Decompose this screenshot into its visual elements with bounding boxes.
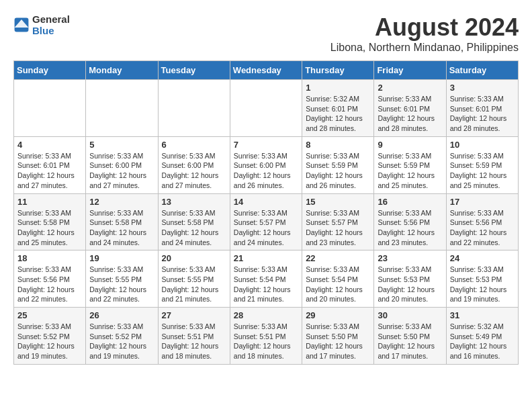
- day-number: 3: [450, 83, 515, 93]
- day-info: Sunrise: 5:33 AMSunset: 5:58 PMDaylight:…: [17, 208, 82, 248]
- calendar-table: SundayMondayTuesdayWednesdayThursdayFrid…: [13, 60, 519, 365]
- day-info: Sunrise: 5:33 AMSunset: 5:59 PMDaylight:…: [450, 151, 515, 191]
- calendar-cell: 16Sunrise: 5:33 AMSunset: 5:56 PMDayligh…: [374, 193, 446, 250]
- calendar-cell: 6Sunrise: 5:33 AMSunset: 6:00 PMDaylight…: [158, 136, 230, 193]
- calendar-cell: 10Sunrise: 5:33 AMSunset: 5:59 PMDayligh…: [446, 136, 518, 193]
- day-number: 17: [450, 197, 515, 207]
- day-info: Sunrise: 5:33 AMSunset: 6:00 PMDaylight:…: [162, 151, 226, 191]
- calendar-cell: [158, 80, 230, 137]
- day-number: 29: [306, 310, 370, 320]
- day-number: 16: [378, 197, 442, 207]
- calendar-week-row: 4Sunrise: 5:33 AMSunset: 6:01 PMDaylight…: [14, 136, 519, 193]
- calendar-cell: 27Sunrise: 5:33 AMSunset: 5:51 PMDayligh…: [158, 308, 230, 365]
- calendar-week-row: 11Sunrise: 5:33 AMSunset: 5:58 PMDayligh…: [14, 193, 519, 250]
- day-number: 27: [162, 310, 226, 320]
- day-number: 18: [17, 253, 82, 263]
- day-info: Sunrise: 5:32 AMSunset: 5:49 PMDaylight:…: [450, 322, 515, 361]
- logo-text: General Blue: [32, 13, 70, 36]
- day-info: Sunrise: 5:33 AMSunset: 5:59 PMDaylight:…: [306, 151, 370, 191]
- day-info: Sunrise: 5:33 AMSunset: 6:00 PMDaylight:…: [234, 151, 298, 191]
- calendar-cell: 18Sunrise: 5:33 AMSunset: 5:56 PMDayligh…: [14, 250, 86, 308]
- day-info: Sunrise: 5:33 AMSunset: 6:01 PMDaylight:…: [17, 151, 82, 191]
- day-info: Sunrise: 5:33 AMSunset: 5:51 PMDaylight:…: [234, 322, 298, 361]
- logo: General Blue: [13, 13, 70, 36]
- day-number: 12: [89, 197, 154, 207]
- day-number: 25: [17, 310, 82, 320]
- header-wednesday: Wednesday: [230, 61, 302, 80]
- day-number: 23: [378, 253, 442, 263]
- header-tuesday: Tuesday: [158, 61, 230, 80]
- day-info: Sunrise: 5:33 AMSunset: 6:01 PMDaylight:…: [378, 94, 442, 134]
- calendar-cell: [230, 80, 302, 137]
- calendar-cell: 12Sunrise: 5:33 AMSunset: 5:58 PMDayligh…: [86, 193, 158, 250]
- day-info: Sunrise: 5:33 AMSunset: 5:52 PMDaylight:…: [89, 322, 154, 361]
- calendar-cell: 21Sunrise: 5:33 AMSunset: 5:54 PMDayligh…: [230, 250, 302, 308]
- day-number: 5: [89, 140, 154, 150]
- day-info: Sunrise: 5:33 AMSunset: 6:01 PMDaylight:…: [450, 94, 515, 134]
- calendar-cell: 25Sunrise: 5:33 AMSunset: 5:52 PMDayligh…: [14, 308, 86, 365]
- day-info: Sunrise: 5:33 AMSunset: 5:58 PMDaylight:…: [89, 208, 154, 248]
- calendar-cell: 1Sunrise: 5:32 AMSunset: 6:01 PMDaylight…: [302, 80, 374, 137]
- title-block: August 2024 Libona, Northern Mindanao, P…: [330, 13, 519, 54]
- day-info: Sunrise: 5:33 AMSunset: 5:58 PMDaylight:…: [162, 208, 226, 248]
- day-info: Sunrise: 5:33 AMSunset: 5:56 PMDaylight:…: [378, 208, 442, 248]
- day-info: Sunrise: 5:33 AMSunset: 5:52 PMDaylight:…: [17, 322, 82, 361]
- calendar-cell: 17Sunrise: 5:33 AMSunset: 5:56 PMDayligh…: [446, 193, 518, 250]
- day-info: Sunrise: 5:33 AMSunset: 5:51 PMDaylight:…: [162, 322, 226, 361]
- calendar-cell: 4Sunrise: 5:33 AMSunset: 6:01 PMDaylight…: [14, 136, 86, 193]
- day-info: Sunrise: 5:33 AMSunset: 5:54 PMDaylight:…: [234, 265, 298, 304]
- day-info: Sunrise: 5:33 AMSunset: 6:00 PMDaylight:…: [89, 151, 154, 191]
- day-number: 11: [17, 197, 82, 207]
- calendar-cell: 14Sunrise: 5:33 AMSunset: 5:57 PMDayligh…: [230, 193, 302, 250]
- logo-icon: [13, 17, 30, 33]
- day-number: 30: [378, 310, 442, 320]
- day-number: 7: [234, 140, 298, 150]
- day-number: 22: [306, 253, 370, 263]
- day-number: 24: [450, 253, 515, 263]
- calendar-week-row: 25Sunrise: 5:33 AMSunset: 5:52 PMDayligh…: [14, 308, 519, 365]
- location: Libona, Northern Mindanao, Philippines: [330, 42, 519, 54]
- day-number: 31: [450, 310, 515, 320]
- day-number: 28: [234, 310, 298, 320]
- calendar-cell: 24Sunrise: 5:33 AMSunset: 5:53 PMDayligh…: [446, 250, 518, 308]
- day-info: Sunrise: 5:33 AMSunset: 5:53 PMDaylight:…: [450, 265, 515, 304]
- calendar-cell: 20Sunrise: 5:33 AMSunset: 5:55 PMDayligh…: [158, 250, 230, 308]
- day-number: 10: [450, 140, 515, 150]
- calendar-cell: 13Sunrise: 5:33 AMSunset: 5:58 PMDayligh…: [158, 193, 230, 250]
- calendar-cell: 9Sunrise: 5:33 AMSunset: 5:59 PMDaylight…: [374, 136, 446, 193]
- day-info: Sunrise: 5:33 AMSunset: 5:56 PMDaylight:…: [450, 208, 515, 248]
- calendar-cell: 26Sunrise: 5:33 AMSunset: 5:52 PMDayligh…: [86, 308, 158, 365]
- header-sunday: Sunday: [14, 61, 86, 80]
- day-info: Sunrise: 5:32 AMSunset: 6:01 PMDaylight:…: [306, 94, 370, 134]
- day-number: 6: [162, 140, 226, 150]
- page-header: General Blue August 2024 Libona, Norther…: [13, 13, 519, 54]
- day-number: 14: [234, 197, 298, 207]
- day-number: 21: [234, 253, 298, 263]
- day-info: Sunrise: 5:33 AMSunset: 5:50 PMDaylight:…: [378, 322, 442, 361]
- calendar-week-row: 18Sunrise: 5:33 AMSunset: 5:56 PMDayligh…: [14, 250, 519, 308]
- calendar-cell: 8Sunrise: 5:33 AMSunset: 5:59 PMDaylight…: [302, 136, 374, 193]
- day-number: 1: [306, 83, 370, 93]
- calendar-cell: [14, 80, 86, 137]
- calendar-cell: 5Sunrise: 5:33 AMSunset: 6:00 PMDaylight…: [86, 136, 158, 193]
- header-thursday: Thursday: [302, 61, 374, 80]
- calendar-cell: 31Sunrise: 5:32 AMSunset: 5:49 PMDayligh…: [446, 308, 518, 365]
- calendar-cell: 3Sunrise: 5:33 AMSunset: 6:01 PMDaylight…: [446, 80, 518, 137]
- calendar-cell: 15Sunrise: 5:33 AMSunset: 5:57 PMDayligh…: [302, 193, 374, 250]
- header-friday: Friday: [374, 61, 446, 80]
- calendar-cell: 7Sunrise: 5:33 AMSunset: 6:00 PMDaylight…: [230, 136, 302, 193]
- day-number: 13: [162, 197, 226, 207]
- calendar-cell: 11Sunrise: 5:33 AMSunset: 5:58 PMDayligh…: [14, 193, 86, 250]
- day-number: 2: [378, 83, 442, 93]
- day-number: 20: [162, 253, 226, 263]
- day-info: Sunrise: 5:33 AMSunset: 5:53 PMDaylight:…: [378, 265, 442, 304]
- day-number: 9: [378, 140, 442, 150]
- calendar-cell: 23Sunrise: 5:33 AMSunset: 5:53 PMDayligh…: [374, 250, 446, 308]
- day-info: Sunrise: 5:33 AMSunset: 5:57 PMDaylight:…: [234, 208, 298, 248]
- calendar-cell: 30Sunrise: 5:33 AMSunset: 5:50 PMDayligh…: [374, 308, 446, 365]
- calendar-cell: 22Sunrise: 5:33 AMSunset: 5:54 PMDayligh…: [302, 250, 374, 308]
- day-info: Sunrise: 5:33 AMSunset: 5:56 PMDaylight:…: [17, 265, 82, 304]
- day-info: Sunrise: 5:33 AMSunset: 5:59 PMDaylight:…: [378, 151, 442, 191]
- header-monday: Monday: [86, 61, 158, 80]
- calendar-cell: 28Sunrise: 5:33 AMSunset: 5:51 PMDayligh…: [230, 308, 302, 365]
